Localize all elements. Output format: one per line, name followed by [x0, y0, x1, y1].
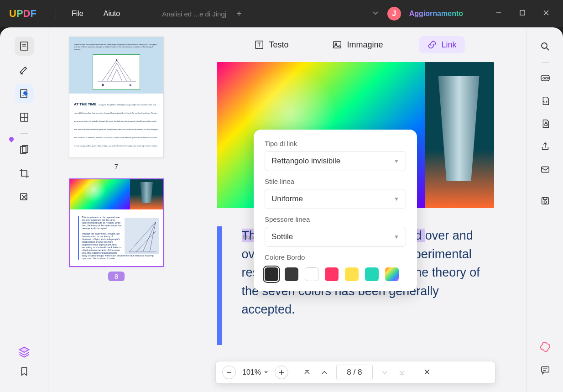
comment-button[interactable]: [537, 362, 553, 378]
edit-mode-tabs: Testo Immagine Link: [184, 27, 527, 62]
svg-rect-1: [520, 10, 525, 15]
thumbnail-panel: These studies laid the foundation for th…: [48, 27, 184, 392]
color-swatch-custom[interactable]: [385, 267, 399, 281]
tab-image[interactable]: Immagine: [324, 36, 391, 53]
zoom-out-button[interactable]: [222, 366, 236, 379]
line-style-select[interactable]: Uniforme▼: [265, 189, 406, 209]
form-tool[interactable]: [15, 108, 34, 127]
color-swatch-black[interactable]: [265, 267, 278, 281]
svg-rect-36: [543, 198, 547, 200]
zoom-level[interactable]: 101%: [242, 368, 268, 376]
color-swatch-red[interactable]: [325, 267, 339, 281]
border-color-swatches: [265, 267, 406, 281]
svg-rect-33: [545, 124, 547, 126]
chevron-down-icon: ▼: [394, 196, 399, 202]
border-color-label: Colore Bordo: [265, 253, 406, 261]
paragraph-marker: [217, 226, 222, 345]
page-nav-bar: 101% 8 / 8: [215, 361, 495, 384]
document-tab-label: Analisi ed ...e di Jingj: [162, 10, 226, 18]
app-logo: UPDF: [9, 8, 36, 20]
zoom-in-button[interactable]: [275, 366, 288, 379]
line-width-label: Spessore linea: [265, 215, 406, 223]
crop-tool[interactable]: [15, 164, 34, 183]
titlebar: UPDF File Aiuto Analisi ed ...e di Jingj…: [0, 0, 563, 27]
thumb-label-7: 7: [115, 162, 118, 170]
ai-button[interactable]: [537, 339, 553, 355]
menu-file[interactable]: File: [72, 10, 83, 18]
chevron-down-icon: ▼: [394, 234, 399, 240]
svg-point-37: [544, 201, 547, 204]
color-swatch-darkgray[interactable]: [285, 267, 298, 281]
layers-icon[interactable]: [18, 345, 31, 360]
menu-help[interactable]: Aiuto: [104, 10, 120, 18]
svg-rect-20: [334, 42, 341, 48]
prev-page-button[interactable]: [319, 367, 330, 378]
add-tab-button[interactable]: +: [236, 9, 242, 19]
convert-button[interactable]: [537, 93, 553, 109]
page-thumbnail-7[interactable]: These studies laid the foundation for th…: [69, 37, 164, 158]
tab-text[interactable]: Testo: [246, 36, 297, 53]
email-button[interactable]: [537, 161, 553, 178]
line-width-select[interactable]: Sottile▼: [265, 227, 406, 247]
ocr-button[interactable]: OCR: [537, 70, 553, 86]
search-button[interactable]: [537, 38, 553, 55]
update-button[interactable]: Aggiornamento: [409, 10, 463, 18]
link-properties-popover: Tipo di link Rettangolo invisibile▼ Stil…: [254, 130, 417, 291]
svg-line-30: [547, 48, 549, 50]
share-button[interactable]: [537, 138, 553, 155]
thumb-label-8: 8: [108, 272, 125, 281]
maximize-button[interactable]: [515, 8, 530, 20]
svg-text:OCR: OCR: [542, 77, 550, 80]
edit-tool[interactable]: [15, 84, 34, 103]
close-window-button[interactable]: [538, 8, 554, 20]
close-nav-button[interactable]: [423, 367, 431, 378]
document-tab[interactable]: Analisi ed ...e di Jingj +: [162, 9, 242, 19]
color-swatch-white[interactable]: [305, 267, 318, 281]
svg-text:C: C: [130, 84, 131, 86]
color-swatch-teal[interactable]: [365, 267, 379, 281]
link-type-select[interactable]: Rettangolo invisibile▼: [265, 151, 406, 171]
tab-link[interactable]: Link: [419, 36, 465, 53]
minimize-button[interactable]: [491, 8, 506, 20]
organize-tool[interactable]: [15, 140, 34, 159]
color-swatch-yellow[interactable]: [345, 267, 359, 281]
svg-rect-7: [21, 73, 23, 74]
page-indicator[interactable]: 8 / 8: [336, 365, 373, 380]
page-thumbnail-8[interactable]: This experiment can be repeated over and…: [69, 178, 164, 267]
left-toolbar: [0, 27, 48, 392]
chevron-down-icon[interactable]: [372, 9, 379, 18]
last-page-button[interactable]: [396, 367, 407, 378]
right-toolbar: OCR: [527, 27, 563, 392]
svg-rect-34: [541, 167, 549, 172]
avatar[interactable]: J: [387, 7, 401, 21]
link-type-label: Tipo di link: [265, 140, 406, 147]
bookmark-icon[interactable]: [19, 366, 29, 378]
chevron-down-icon: ▼: [394, 158, 399, 164]
svg-point-29: [542, 43, 547, 48]
reader-tool[interactable]: [15, 37, 34, 56]
svg-text:B: B: [102, 84, 104, 86]
highlight-tool[interactable]: [15, 60, 34, 79]
svg-rect-38: [541, 367, 549, 372]
first-page-button[interactable]: [302, 367, 313, 378]
protect-button[interactable]: [537, 115, 553, 132]
next-page-button[interactable]: [379, 367, 390, 378]
save-button[interactable]: [537, 193, 553, 209]
line-style-label: Stile linea: [265, 178, 406, 185]
pages-tool[interactable]: [15, 188, 34, 207]
